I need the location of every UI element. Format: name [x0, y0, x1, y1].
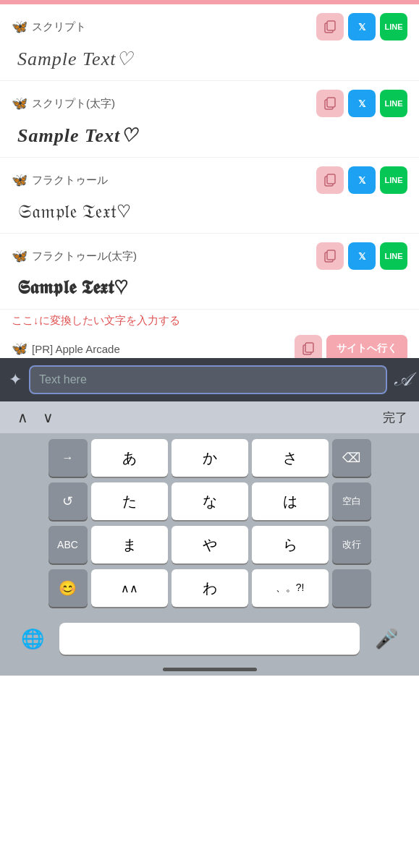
text-input[interactable]: [29, 365, 387, 394]
keyboard-row-3: ABC ま や ら 改行: [3, 526, 416, 563]
action-buttons-script-bold: 𝕏 LINE: [316, 90, 407, 117]
key-arrow-right[interactable]: →: [48, 439, 88, 477]
nav-row: ∧ ∨ 完了: [0, 401, 419, 433]
copy-icon-2: [323, 96, 337, 111]
kb-mic-button[interactable]: 🎤: [368, 623, 405, 655]
nav-done-button[interactable]: 完了: [383, 409, 407, 426]
key-ha[interactable]: は: [252, 482, 329, 520]
butterfly-icon-1: 🦋: [12, 19, 27, 35]
partial-copy-icon: [301, 341, 316, 356]
key-return[interactable]: 改行: [332, 526, 371, 563]
key-ra[interactable]: ら: [252, 526, 329, 563]
key-sa[interactable]: さ: [252, 439, 329, 477]
font-section-fraktur: 🦋 フラクトゥール 𝕏 LINE 𝔖𝔞𝔪𝔭𝔩𝔢 𝔗𝔢𝔵𝔱♡: [0, 158, 419, 234]
svg-rect-1: [327, 21, 335, 30]
partial-copy-button[interactable]: [295, 335, 322, 358]
keyboard-row-4: 😊 ∧∧ わ 、。?!: [3, 569, 416, 607]
partial-label: [PR] Apple Arcade: [32, 343, 120, 355]
kb-globe-button[interactable]: 🌐: [14, 623, 51, 655]
nav-down-button[interactable]: ∨: [37, 407, 59, 427]
line-button-fraktur[interactable]: LINE: [380, 166, 407, 194]
svg-rect-7: [327, 250, 335, 260]
font-name-row-script: 🦋 スクリプト: [12, 19, 86, 35]
font-label-script-bold: スクリプト(太字): [32, 97, 115, 111]
action-buttons-fraktur-bold: 𝕏 LINE: [316, 242, 407, 270]
line-icon-2: LINE: [384, 99, 402, 108]
key-na[interactable]: な: [172, 482, 248, 520]
line-icon-3: LINE: [384, 176, 402, 184]
key-abc[interactable]: ABC: [48, 526, 88, 563]
line-icon-4: LINE: [384, 252, 402, 260]
key-ma[interactable]: ま: [91, 526, 168, 563]
copy-icon-3: [323, 173, 337, 187]
input-bar: ✦ 𝒜: [0, 358, 419, 401]
key-empty[interactable]: [332, 569, 371, 607]
svg-rect-5: [327, 174, 335, 184]
butterfly-icon-5: 🦋: [12, 341, 27, 357]
twitter-icon-2: 𝕏: [358, 98, 365, 109]
line-icon: LINE: [384, 22, 402, 31]
twitter-button-script-bold[interactable]: 𝕏: [348, 90, 376, 117]
font-name-row-script-bold: 🦋 スクリプト(太字): [12, 95, 115, 111]
sparkle-icon: ✦: [9, 370, 22, 389]
home-indicator: [0, 662, 419, 676]
twitter-icon-3: 𝕏: [358, 175, 365, 186]
sample-text-fraktur-bold: 𝕾𝖆𝖒𝖕𝖑𝖊 𝕿𝖊𝖝𝖙♡: [12, 274, 407, 302]
font-section-script-bold: 🦋 スクリプト(太字) 𝕏 LINE Sample Text♡: [0, 81, 419, 158]
butterfly-icon-2: 🦋: [12, 95, 27, 111]
key-ta[interactable]: た: [91, 482, 168, 520]
partial-site-button[interactable]: サイトへ行く: [326, 335, 407, 358]
key-delete[interactable]: ⌫: [332, 439, 371, 477]
copy-button-fraktur[interactable]: [316, 166, 344, 194]
font-header-fraktur-bold: 🦋 フラクトゥール(太字) 𝕏 LINE: [12, 242, 407, 270]
key-ya[interactable]: や: [172, 526, 248, 563]
copy-button-script-bold[interactable]: [316, 90, 344, 117]
instruction-row: ここ↓に変換したい文字を入力する: [0, 310, 419, 332]
font-header-script-bold: 🦋 スクリプト(太字) 𝕏 LINE: [12, 90, 407, 117]
copy-button-fraktur-bold[interactable]: [316, 242, 344, 270]
action-buttons-fraktur: 𝕏 LINE: [316, 166, 407, 194]
font-header-fraktur: 🦋 フラクトゥール 𝕏 LINE: [12, 166, 407, 194]
line-button-fraktur-bold[interactable]: LINE: [380, 242, 407, 270]
line-button-script-bold[interactable]: LINE: [380, 90, 407, 117]
partial-section: 🦋 [PR] Apple Arcade サイトへ行く: [0, 332, 419, 358]
twitter-button-fraktur[interactable]: 𝕏: [348, 166, 376, 194]
font-section-fraktur-bold: 🦋 フラクトゥール(太字) 𝕏 LINE 𝕾𝖆𝖒𝖕𝖑𝖊 𝕿𝖊𝖝𝖙♡: [0, 234, 419, 310]
font-label-script: スクリプト: [32, 20, 86, 34]
home-bar: [163, 668, 257, 671]
partial-buttons: サイトへ行く: [295, 335, 407, 358]
sample-text-script-bold: Sample Text♡: [12, 122, 407, 150]
twitter-button-fraktur-bold[interactable]: 𝕏: [348, 242, 376, 270]
copy-button-script[interactable]: [316, 13, 344, 41]
butterfly-icon-4: 🦋: [12, 248, 27, 264]
twitter-button-script[interactable]: 𝕏: [348, 13, 376, 41]
key-punctuation[interactable]: 、。?!: [252, 569, 329, 607]
nav-up-button[interactable]: ∧: [12, 407, 34, 427]
font-section-script: 🦋 スクリプト 𝕏 LINE Sample Text♡: [0, 4, 419, 81]
nav-left: ∧ ∨: [12, 407, 59, 427]
action-buttons-script: 𝕏 LINE: [316, 13, 407, 41]
line-button-script[interactable]: LINE: [380, 13, 407, 41]
keyboard-area: → あ か さ ⌫ ↺ た な は 空白 ABC ま や ら 改行 😊 ∧∧ わ…: [0, 433, 419, 618]
keyboard-row-2: ↺ た な は 空白: [3, 482, 416, 520]
font-label-fraktur: フラクトゥール: [32, 174, 108, 187]
key-space-jp[interactable]: 空白: [332, 482, 371, 520]
key-wa[interactable]: わ: [172, 569, 248, 607]
font-name-row-fraktur-bold: 🦋 フラクトゥール(太字): [12, 248, 137, 264]
key-emoji[interactable]: 😊: [48, 569, 88, 607]
sample-text-fraktur: 𝔖𝔞𝔪𝔭𝔩𝔢 𝔗𝔢𝔵𝔱♡: [12, 198, 407, 226]
key-ka[interactable]: か: [172, 439, 248, 477]
font-header-script: 🦋 スクリプト 𝕏 LINE: [12, 13, 407, 41]
partial-site-label: サイトへ行く: [337, 342, 397, 354]
key-undo[interactable]: ↺: [48, 482, 88, 520]
svg-rect-9: [305, 343, 313, 352]
kb-space-bar[interactable]: [59, 623, 360, 655]
twitter-icon-4: 𝕏: [358, 251, 365, 262]
butterfly-icon-3: 🦋: [12, 172, 27, 188]
keyboard-row-1: → あ か さ ⌫: [3, 439, 416, 477]
instruction-text: ここ↓に変換したい文字を入力する: [12, 314, 180, 326]
sample-text-script: Sample Text♡: [12, 45, 407, 73]
font-label-fraktur-bold: フラクトゥール(太字): [32, 250, 137, 263]
key-a[interactable]: あ: [91, 439, 168, 477]
key-dakuten[interactable]: ∧∧: [91, 569, 168, 607]
